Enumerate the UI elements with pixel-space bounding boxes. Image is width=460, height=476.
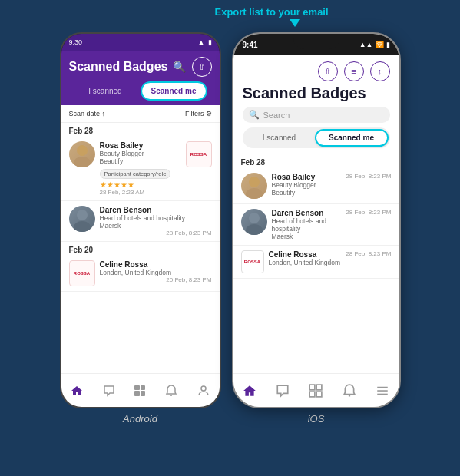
contact-daren-ios[interactable]: Daren Benson Head of hotels and hospital…: [233, 204, 399, 246]
android-phone-wrapper: 9:30 ▲ ▮ Scanned Badges 🔍 ⇧: [60, 32, 221, 425]
ios-filter-button[interactable]: ≡: [344, 61, 364, 81]
ios-tabs: I scanned Scanned me: [243, 127, 390, 148]
export-button[interactable]: ⇧: [192, 57, 212, 77]
contact-info-daren-ios: Daren Benson Head of hotels and hospital…: [272, 209, 342, 240]
nav-home-android[interactable]: [71, 385, 83, 397]
export-tooltip-text: Export list to your email: [215, 6, 329, 18]
nav-bell-ios[interactable]: [343, 384, 356, 398]
ios-sort-icon: ↕: [378, 67, 382, 76]
contact-company-daren-android: Maersk: [100, 222, 212, 230]
contact-company-daren-ios: Maersk: [272, 233, 342, 240]
ios-signal-icon: ▲▲: [359, 41, 373, 48]
participant-tag: Participant category/role: [100, 169, 171, 179]
avatar-rosa-ios: [241, 173, 267, 199]
date-header-feb28-ios: Feb 28: [233, 154, 399, 168]
android-page-title: Scanned Badges: [69, 60, 168, 74]
search-icon[interactable]: 🔍: [173, 61, 186, 73]
ios-bottom-nav: [233, 373, 399, 407]
svg-rect-10: [317, 385, 323, 390]
ios-wifi-icon: 🛜: [376, 41, 384, 48]
contact-time-celine-android: 20 Feb, 8:23 PM: [100, 276, 212, 283]
contact-rosa-android[interactable]: Rosa Bailey Beauty Blogger Beautify Part…: [61, 137, 220, 201]
filter-control[interactable]: Filters ⚙: [185, 110, 212, 117]
contact-role-daren-android: Head of hotels and hospitality: [100, 214, 212, 222]
avatar-daren-ios: [241, 209, 267, 235]
contact-company-rosa-ios: Beautify: [272, 189, 342, 197]
contact-name-daren-android: Daren Benson: [100, 206, 212, 214]
svg-point-6: [246, 188, 263, 199]
contact-info-rosa-ios: Rosa Bailey Beauty Blogger Beautify: [272, 173, 342, 197]
date-header-feb28-android: Feb 28: [61, 123, 220, 137]
tab-scanned-me-android[interactable]: Scanned me: [141, 81, 207, 101]
svg-point-3: [74, 221, 91, 232]
android-label: Android: [123, 413, 157, 425]
ios-notch: [293, 34, 339, 49]
contact-name-daren-ios: Daren Benson: [272, 209, 342, 217]
contact-celine-ios[interactable]: ROSSA Celine Rossa London, United Kingdo…: [233, 246, 399, 279]
ios-search-placeholder: Search: [263, 111, 290, 120]
phones-container: 9:30 ▲ ▮ Scanned Badges 🔍 ⇧: [60, 32, 401, 425]
contact-time-rosa-ios: 28 Feb, 8:23 PM: [346, 173, 391, 180]
nav-chat-android[interactable]: [103, 385, 115, 397]
contact-time-daren-android: 28 Feb, 8:23 PM: [100, 230, 212, 236]
date-header-feb20-android: Feb 20: [61, 242, 220, 256]
contact-time-rosa-android: 28 Feb, 2:23 AM: [100, 189, 181, 196]
ios-sort-button[interactable]: ↕: [370, 61, 390, 81]
contact-info-celine-ios: Celine Rossa London, United Kingdom: [269, 250, 342, 266]
ios-filter-icon: ≡: [351, 67, 356, 76]
android-battery: ▮: [208, 38, 212, 46]
contact-right-celine-ios: 28 Feb, 8:23 PM: [346, 250, 391, 257]
company-logo-rosa-android: ROSSA: [186, 141, 212, 167]
ios-export-button[interactable]: ⇧: [318, 61, 338, 81]
ios-phone: 9:41 ▲▲ 🛜 ▮ ⇧ ≡ ↕: [232, 32, 401, 408]
android-phone: 9:30 ▲ ▮ Scanned Badges 🔍 ⇧: [60, 32, 221, 408]
contact-right-rosa-ios: 28 Feb, 8:23 PM: [346, 173, 391, 180]
sort-control[interactable]: Scan date ↑: [69, 110, 106, 117]
svg-rect-9: [310, 385, 316, 390]
svg-point-1: [74, 157, 91, 167]
tooltip-arrow: [290, 19, 300, 27]
sort-filter-row: Scan date ↑ Filters ⚙: [61, 105, 220, 123]
ios-header-top: ⇧ ≡ ↕: [243, 61, 390, 81]
ios-header: ⇧ ≡ ↕ Scanned Badges 🔍 Search: [233, 55, 399, 154]
ios-status-icons: ▲▲ 🛜 ▮: [359, 41, 390, 48]
ios-time: 9:41: [243, 41, 258, 49]
svg-point-4: [201, 386, 206, 391]
contact-name-rosa-ios: Rosa Bailey: [272, 173, 342, 181]
ios-search-bar[interactable]: 🔍 Search: [243, 107, 390, 123]
contact-daren-android[interactable]: Daren Benson Head of hotels and hospital…: [61, 201, 220, 242]
ios-battery-icon: ▮: [386, 41, 390, 48]
android-time: 9:30: [69, 38, 83, 46]
contact-name-rosa-android: Rosa Bailey: [100, 141, 181, 150]
svg-point-7: [249, 213, 260, 223]
ios-notch-bar: 9:41 ▲▲ 🛜 ▮: [233, 34, 399, 55]
tab-i-scanned-android[interactable]: I scanned: [74, 81, 137, 101]
nav-grid-ios[interactable]: [309, 384, 323, 398]
export-tooltip: Export list to your email: [215, 6, 329, 27]
contact-name-celine-ios: Celine Rossa: [269, 250, 342, 259]
contact-info-daren-android: Daren Benson Head of hotels and hospital…: [100, 206, 212, 236]
nav-grid-android[interactable]: [134, 385, 145, 396]
contact-time-celine-ios: 28 Feb, 8:23 PM: [346, 250, 391, 257]
nav-menu-ios[interactable]: [376, 384, 389, 398]
export-icon: ⇧: [198, 62, 205, 72]
tab-i-scanned-ios[interactable]: I scanned: [244, 129, 315, 147]
ios-label: iOS: [308, 413, 325, 425]
avatar-rosa-android: [69, 141, 95, 167]
nav-chat-ios[interactable]: [276, 384, 290, 398]
contact-right-daren-ios: 28 Feb, 8:23 PM: [346, 209, 391, 216]
android-content: Scan date ↑ Filters ⚙ Feb 28: [61, 105, 220, 373]
ios-search-icon: 🔍: [249, 110, 260, 120]
tab-scanned-me-ios[interactable]: Scanned me: [315, 129, 389, 147]
svg-point-0: [77, 145, 88, 156]
contact-role-rosa-ios: Beauty Blogger: [272, 181, 342, 189]
contact-rosa-ios[interactable]: Rosa Bailey Beauty Blogger Beautify 28 F…: [233, 168, 399, 204]
nav-bell-android[interactable]: [165, 385, 177, 397]
nav-home-ios[interactable]: [243, 384, 256, 398]
contact-name-celine-android: Celine Rossa: [100, 260, 212, 269]
nav-person-android[interactable]: [197, 385, 210, 397]
sort-label: Scan date ↑: [69, 110, 106, 117]
filter-label: Filters: [185, 110, 204, 117]
android-bottom-nav: [61, 373, 220, 407]
contact-celine-android[interactable]: ROSSA Celine Rossa London, United Kingdo…: [61, 256, 220, 292]
